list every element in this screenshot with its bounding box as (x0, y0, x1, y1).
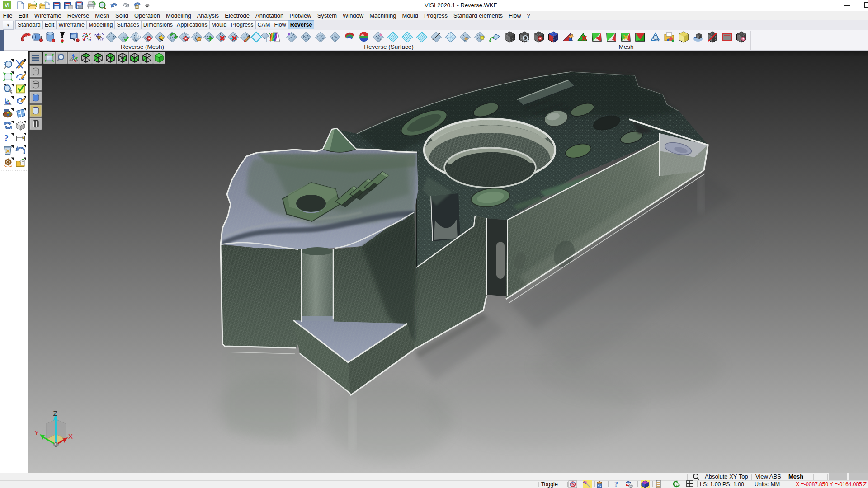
svg-text:X: X (68, 432, 73, 440)
svg-text:Z: Z (53, 409, 57, 417)
svg-text:Y: Y (34, 429, 39, 436)
